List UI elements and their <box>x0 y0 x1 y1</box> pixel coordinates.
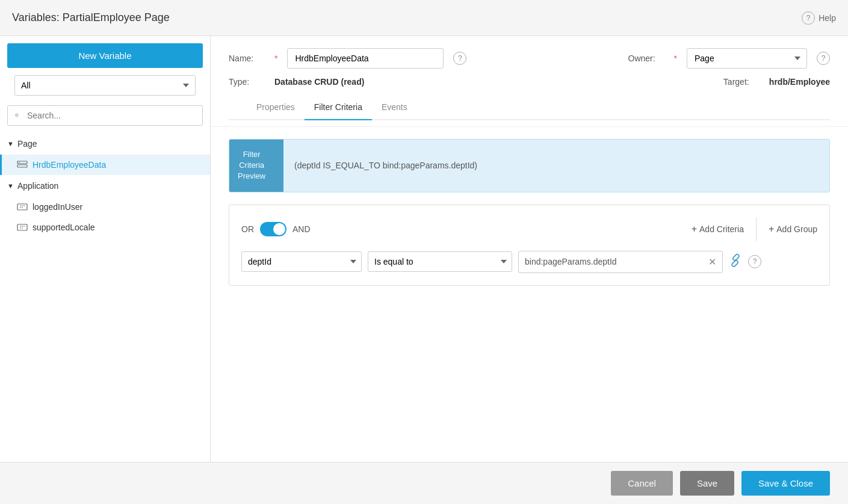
bind-link-icon[interactable] <box>729 254 742 270</box>
db-variable-icon <box>17 161 28 169</box>
tree-group-application[interactable]: ▼ Application <box>0 175 210 197</box>
add-group-label: Add Group <box>776 224 817 234</box>
help-button[interactable]: ? Help <box>802 11 836 25</box>
filter-select-wrapper: All <box>7 75 203 100</box>
variable-tree: ▼ Page HrdbEmployeeData ▼ Application <box>0 133 210 462</box>
value-text: bind:pageParams.deptId <box>525 257 617 266</box>
operator-select[interactable]: Is equal to Is not equal to Is greater t… <box>368 251 512 272</box>
add-group-plus-icon: + <box>769 224 774 235</box>
save-button[interactable]: Save <box>680 471 734 496</box>
name-input[interactable] <box>287 48 444 69</box>
form-header: Name: * ? Owner: * Page Application ? Ty… <box>211 36 848 127</box>
name-row: Name: * ? Owner: * Page Application ? <box>229 48 830 69</box>
type-target-row: Type: Database CRUD (read) Target: hrdb/… <box>229 77 830 87</box>
name-label: Name: <box>229 54 265 63</box>
name-help-icon[interactable]: ? <box>453 52 466 65</box>
bottom-bar: Cancel Save Save & Close <box>0 462 848 504</box>
top-bar: Variables: PartialEmployee Page ? Help <box>0 0 848 36</box>
type-value: Database CRUD (read) <box>274 77 364 87</box>
criteria-row: deptId Is equal to Is not equal to Is gr… <box>241 251 817 273</box>
sidebar: New Variable All ⚬ ▼ Page HrdbEmployeeDa… <box>0 36 211 462</box>
search-icon: ⚬ <box>13 111 20 120</box>
app-variable-icon-1 <box>17 203 28 211</box>
tab-filter-criteria-label: Filter Criteria <box>314 102 362 112</box>
owner-dropdown[interactable]: Page Application <box>687 48 807 69</box>
criteria-builder-header: OR AND + Add Criteria + <box>241 217 817 241</box>
filter-preview-value: (deptId IS_EQUAL_TO bind:pageParams.dept… <box>283 140 488 192</box>
svg-rect-1 <box>17 165 27 167</box>
action-divider <box>756 217 757 241</box>
tab-properties-label: Properties <box>256 102 295 112</box>
new-variable-button[interactable]: New Variable <box>7 43 203 68</box>
filter-criteria-preview: FilterCriteriaPreview (deptId IS_EQUAL_T… <box>229 139 830 192</box>
search-wrapper: ⚬ <box>7 105 203 126</box>
tab-events-label: Events <box>382 102 407 112</box>
help-label: Help <box>819 13 836 23</box>
sidebar-item-loggedInUser-label: loggedInUser <box>32 202 82 212</box>
svg-rect-6 <box>17 224 27 230</box>
add-group-button[interactable]: + Add Group <box>769 224 817 235</box>
sidebar-item-supportedLocale[interactable]: supportedLocale <box>0 217 210 238</box>
app-variable-icon-2 <box>17 223 28 232</box>
owner-select-wrapper: Page Application <box>687 48 807 69</box>
tabs: Properties Filter Criteria Events <box>229 95 830 120</box>
field-select[interactable]: deptId <box>241 251 362 272</box>
svg-rect-3 <box>17 204 27 210</box>
page-arrow-icon: ▼ <box>7 140 14 147</box>
tab-properties[interactable]: Properties <box>247 95 305 120</box>
save-close-button[interactable]: Save & Close <box>741 471 830 496</box>
application-arrow-icon: ▼ <box>7 182 14 189</box>
owner-required: * <box>674 54 677 63</box>
tree-group-page[interactable]: ▼ Page <box>0 133 210 155</box>
content-area: Name: * ? Owner: * Page Application ? Ty… <box>211 36 848 462</box>
type-label: Type: <box>229 77 265 87</box>
or-label: OR <box>241 224 254 234</box>
owner-help-icon[interactable]: ? <box>817 52 830 65</box>
target-value: hrdb/Employee <box>769 77 830 87</box>
criteria-builder: OR AND + Add Criteria + <box>229 204 830 286</box>
name-required: * <box>274 54 277 63</box>
filter-preview-expression: (deptId IS_EQUAL_TO bind:pageParams.dept… <box>294 161 477 170</box>
add-criteria-plus-icon: + <box>692 224 697 235</box>
owner-label: Owner: <box>628 54 664 63</box>
tree-group-application-label: Application <box>17 181 59 191</box>
search-input[interactable] <box>7 105 203 126</box>
value-input-wrapper: bind:pageParams.deptId ✕ <box>518 251 723 273</box>
or-and-toggle: OR AND <box>241 222 311 236</box>
criteria-help-icon[interactable]: ? <box>748 255 761 268</box>
target-label: Target: <box>723 77 760 87</box>
tab-content: FilterCriteriaPreview (deptId IS_EQUAL_T… <box>211 127 848 462</box>
sidebar-item-supportedLocale-label: supportedLocale <box>32 223 95 232</box>
filter-preview-label-text: FilterCriteriaPreview <box>238 149 265 182</box>
add-criteria-label: Add Criteria <box>699 224 744 234</box>
and-label: AND <box>292 224 311 234</box>
sidebar-item-HrdbEmployeeData[interactable]: HrdbEmployeeData <box>0 155 210 175</box>
clear-value-icon[interactable]: ✕ <box>708 256 716 268</box>
add-criteria-button[interactable]: + Add Criteria <box>692 224 744 235</box>
tree-group-page-label: Page <box>17 139 37 149</box>
tab-events[interactable]: Events <box>372 95 417 120</box>
page-title: Variables: PartialEmployee Page <box>12 11 170 24</box>
cancel-button[interactable]: Cancel <box>611 471 673 496</box>
tab-filter-criteria[interactable]: Filter Criteria <box>305 95 372 120</box>
help-circle-icon: ? <box>802 11 815 25</box>
criteria-actions: + Add Criteria + Add Group <box>692 217 817 241</box>
sidebar-item-HrdbEmployeeData-label: HrdbEmployeeData <box>32 160 106 170</box>
main-layout: New Variable All ⚬ ▼ Page HrdbEmployeeDa… <box>0 36 848 462</box>
sidebar-item-loggedInUser[interactable]: loggedInUser <box>0 197 210 217</box>
filter-dropdown[interactable]: All <box>14 75 196 96</box>
or-and-toggle-switch[interactable] <box>260 222 286 236</box>
filter-preview-label: FilterCriteriaPreview <box>229 140 283 192</box>
toggle-knob <box>273 223 285 235</box>
